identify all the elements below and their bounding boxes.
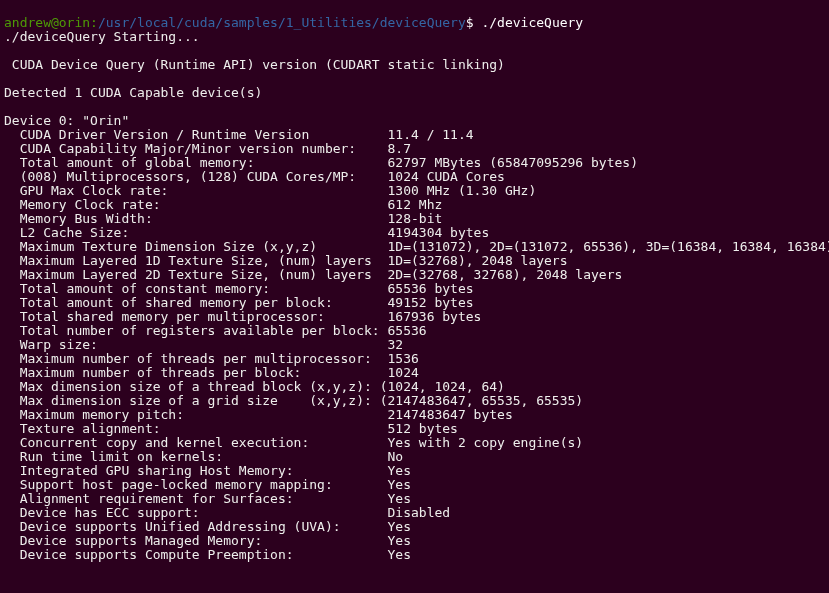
output-detected: Detected 1 CUDA Capable device(s) xyxy=(4,85,262,100)
prop-integrated-gpu: Integrated GPU sharing Host Memory: Yes xyxy=(4,463,411,478)
prop-capability: CUDA Capability Major/Minor version numb… xyxy=(4,141,411,156)
terminal[interactable]: andrew@orin:/usr/local/cuda/samples/1_Ut… xyxy=(0,0,829,564)
output-device: Device 0: "Orin" xyxy=(4,113,129,128)
prop-multiprocessors: (008) Multiprocessors, (128) CUDA Cores/… xyxy=(4,169,505,184)
prop-tex-align: Texture alignment: 512 bytes xyxy=(4,421,458,436)
prop-surface-align: Alignment requirement for Surfaces: Yes xyxy=(4,491,411,506)
prop-registers: Total number of registers available per … xyxy=(4,323,427,338)
prop-runtime-limit: Run time limit on kernels: No xyxy=(4,449,403,464)
prop-uva: Device supports Unified Addressing (UVA)… xyxy=(4,519,411,534)
prompt-line: andrew@orin:/usr/local/cuda/samples/1_Ut… xyxy=(4,15,583,30)
prompt-path: /usr/local/cuda/samples/1_Utilities/devi… xyxy=(98,15,466,30)
prop-compute-preempt: Device supports Compute Preemption: Yes xyxy=(4,547,411,562)
output-header: CUDA Device Query (Runtime API) version … xyxy=(4,57,505,72)
prompt-sep: : xyxy=(90,15,98,30)
prop-mem-clock: Memory Clock rate: 612 Mhz xyxy=(4,197,442,212)
prop-shared-mem-block: Total amount of shared memory per block:… xyxy=(4,295,474,310)
prop-block-dim: Max dimension size of a thread block (x,… xyxy=(4,379,505,394)
prop-l2-cache: L2 Cache Size: 4194304 bytes xyxy=(4,225,489,240)
prop-const-mem: Total amount of constant memory: 65536 b… xyxy=(4,281,474,296)
prop-mem-pitch: Maximum memory pitch: 2147483647 bytes xyxy=(4,407,513,422)
prop-gpu-clock: GPU Max Clock rate: 1300 MHz (1.30 GHz) xyxy=(4,183,536,198)
prop-layered-2d: Maximum Layered 2D Texture Size, (num) l… xyxy=(4,267,622,282)
prompt-dollar: $ xyxy=(466,15,482,30)
prop-page-locked: Support host page-locked memory mapping:… xyxy=(4,477,411,492)
prop-driver-version: CUDA Driver Version / Runtime Version 11… xyxy=(4,127,474,142)
prop-ecc: Device has ECC support: Disabled xyxy=(4,505,450,520)
prompt-userhost: andrew@orin xyxy=(4,15,90,30)
prop-grid-dim: Max dimension size of a grid size (x,y,z… xyxy=(4,393,583,408)
prop-warp-size: Warp size: 32 xyxy=(4,337,403,352)
command-text: ./deviceQuery xyxy=(481,15,583,30)
prop-global-memory: Total amount of global memory: 62797 MBy… xyxy=(4,155,638,170)
prop-managed-mem: Device supports Managed Memory: Yes xyxy=(4,533,411,548)
prop-layered-1d: Maximum Layered 1D Texture Size, (num) l… xyxy=(4,253,568,268)
prop-threads-mp: Maximum number of threads per multiproce… xyxy=(4,351,419,366)
prop-shared-mem-mp: Total shared memory per multiprocessor: … xyxy=(4,309,481,324)
prop-tex-dim: Maximum Texture Dimension Size (x,y,z) 1… xyxy=(4,239,829,254)
prop-threads-block: Maximum number of threads per block: 102… xyxy=(4,365,419,380)
prop-mem-bus: Memory Bus Width: 128-bit xyxy=(4,211,442,226)
output-starting: ./deviceQuery Starting... xyxy=(4,29,200,44)
prop-concurrent-copy: Concurrent copy and kernel execution: Ye… xyxy=(4,435,583,450)
